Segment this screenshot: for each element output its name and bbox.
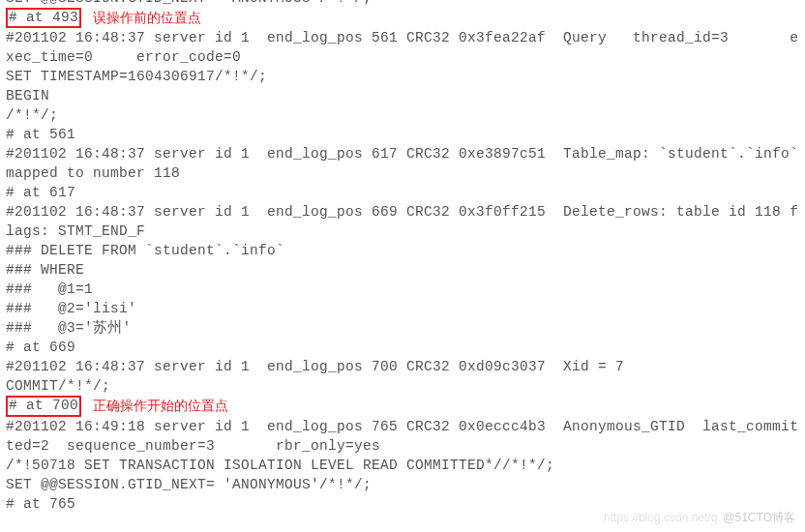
partial-top-line: SET @@SESSION.GTID_NEXT= 'ANONYMOUS'/*!*…	[6, 0, 799, 8]
highlighted-position-493: # at 493	[6, 8, 81, 28]
watermark-right: @51CTO博客	[723, 511, 795, 524]
watermark-left: https://blog.csdn.net/q	[604, 511, 717, 524]
annotation-before-misop: 误操作前的位置点	[93, 9, 201, 27]
watermark: https://blog.csdn.net/q@51CTO博客	[604, 510, 795, 526]
binlog-block-2: #201102 16:49:18 server id 1 end_log_pos…	[6, 417, 799, 514]
annotation-correct-start: 正确操作开始的位置点	[93, 397, 228, 415]
position-marker-row-2: # at 700 正确操作开始的位置点	[6, 396, 799, 416]
highlighted-position-700: # at 700	[6, 396, 81, 416]
binlog-block-1: #201102 16:48:37 server id 1 end_log_pos…	[6, 28, 799, 396]
position-marker-row-1: # at 493 误操作前的位置点	[6, 8, 799, 28]
